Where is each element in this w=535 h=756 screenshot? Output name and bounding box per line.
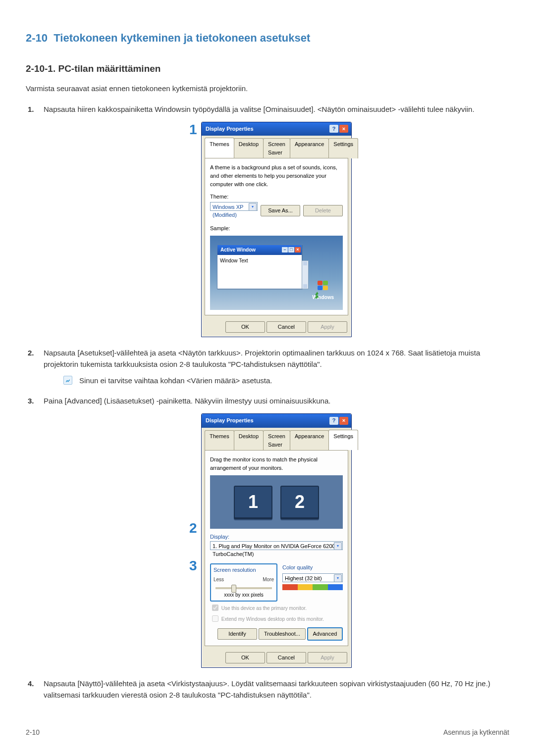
note-icon bbox=[63, 376, 72, 385]
screen-resolution-label: Screen resolution bbox=[214, 566, 274, 574]
resolution-slider[interactable] bbox=[215, 587, 272, 589]
display-properties-dialog-settings: Display Properties ? × Themes Desktop Sc… bbox=[201, 413, 352, 667]
slider-less-label: Less bbox=[214, 576, 224, 584]
close-icon[interactable]: × bbox=[339, 417, 348, 425]
color-quality-group: Color quality Highest (32 bit) ▾ bbox=[282, 563, 343, 602]
tab-screen-saver[interactable]: Screen Saver bbox=[263, 138, 290, 158]
troubleshoot-button[interactable]: Troubleshoot... bbox=[259, 628, 306, 640]
tab-screen-saver[interactable]: Screen Saver bbox=[263, 430, 290, 451]
monitor-1[interactable]: 1 bbox=[234, 486, 272, 518]
apply-button: Apply bbox=[308, 321, 347, 333]
display-properties-dialog-themes: Display Properties ? × Themes Desktop Sc… bbox=[201, 122, 352, 337]
titlebar[interactable]: Display Properties ? × bbox=[202, 414, 351, 427]
footer-right: Asennus ja kytkennät bbox=[443, 728, 509, 736]
sample-window-text: Window Text bbox=[217, 255, 302, 267]
delete-button: Delete bbox=[303, 205, 343, 216]
intro-text: Varmista seuraavat asiat ennen tietokone… bbox=[26, 83, 509, 95]
cancel-button[interactable]: Cancel bbox=[267, 321, 306, 333]
cancel-button[interactable]: Cancel bbox=[267, 652, 306, 663]
primary-monitor-checkbox: Use this device as the primary monitor. bbox=[210, 603, 343, 612]
identify-button[interactable]: Identify bbox=[217, 628, 257, 640]
display-dropdown[interactable]: 1. Plug and Play Monitor on NVIDIA GeFor… bbox=[210, 541, 343, 550]
step-2-note-text: Sinun ei tarvitse vaihtaa kohdan <Värien… bbox=[79, 376, 272, 385]
chevron-down-icon[interactable]: ▾ bbox=[334, 574, 342, 582]
subsection-heading: 2-10-1. PC-tilan määrittäminen bbox=[26, 63, 509, 74]
step-4-text: Napsauta [Näyttö]-välilehteä ja aseta <V… bbox=[44, 679, 490, 699]
maximize-icon: □ bbox=[288, 247, 294, 252]
step-3-text: Paina [Advanced] (Lisäasetukset) -painik… bbox=[44, 397, 330, 405]
sample-label: Sample: bbox=[210, 224, 343, 233]
tab-settings[interactable]: Settings bbox=[328, 138, 358, 158]
step-2: Napsauta [Asetukset]-välilehteä ja aseta… bbox=[26, 347, 509, 386]
callout-3: 3 bbox=[189, 555, 197, 576]
titlebar[interactable]: Display Properties ? × bbox=[202, 122, 351, 136]
tab-settings[interactable]: Settings bbox=[328, 430, 358, 450]
page-footer: 2-10 Asennus ja kytkennät bbox=[0, 728, 535, 756]
dialog-title: Display Properties bbox=[206, 416, 254, 425]
resolution-value: xxxx by xxx pixels bbox=[214, 591, 274, 599]
slider-more-label: More bbox=[263, 576, 274, 584]
section-heading: 2-10 Tietokoneen kytkeminen ja tietokone… bbox=[26, 32, 509, 45]
theme-label: Theme: bbox=[210, 193, 343, 201]
close-icon: × bbox=[295, 247, 301, 252]
tab-themes[interactable]: Themes bbox=[205, 138, 234, 158]
save-as-button[interactable]: Save As... bbox=[261, 205, 300, 216]
color-gradient-preview bbox=[282, 584, 343, 590]
monitor-2[interactable]: 2 bbox=[280, 486, 319, 518]
minimize-icon: – bbox=[282, 247, 288, 252]
checkbox-icon bbox=[212, 615, 218, 622]
themes-description: A theme is a background plus a set of so… bbox=[210, 163, 343, 189]
chevron-down-icon[interactable]: ▾ bbox=[249, 203, 257, 211]
sample-window: Active Window – □ × Window Text bbox=[217, 245, 302, 289]
tab-strip: Themes Desktop Screen Saver Appearance S… bbox=[202, 428, 351, 450]
tab-appearance[interactable]: Appearance bbox=[290, 430, 329, 451]
tab-appearance[interactable]: Appearance bbox=[290, 138, 329, 158]
sample-window-title: Active Window bbox=[220, 246, 256, 254]
step-1: Napsauta hiiren kakkospainiketta Windows… bbox=[26, 103, 509, 338]
color-quality-label: Color quality bbox=[282, 563, 343, 572]
close-icon[interactable]: × bbox=[339, 125, 348, 133]
recycle-bin-icon bbox=[313, 290, 323, 300]
callout-1: 1 bbox=[189, 119, 197, 140]
help-icon[interactable]: ? bbox=[329, 125, 338, 133]
ok-button[interactable]: OK bbox=[225, 321, 265, 333]
checkbox-icon bbox=[212, 605, 218, 611]
tab-strip: Themes Desktop Screen Saver Appearance S… bbox=[202, 136, 351, 158]
step-3: Paina [Advanced] (Lisäasetukset) -painik… bbox=[26, 395, 509, 668]
theme-sample: Active Window – □ × Window Text bbox=[210, 236, 343, 310]
monitor-arrangement[interactable]: 1 2 bbox=[210, 475, 343, 529]
help-icon[interactable]: ? bbox=[329, 417, 338, 425]
step-2-note: Sinun ei tarvitse vaihtaa kohdan <Värien… bbox=[63, 375, 509, 387]
step-2-text: Napsauta [Asetukset]-välilehteä ja aseta… bbox=[44, 349, 480, 368]
display-label: Display: bbox=[210, 533, 343, 541]
settings-description: Drag the monitor icons to match the phys… bbox=[210, 455, 343, 472]
screen-resolution-group: Screen resolution Less More xxxx by xxx … bbox=[210, 563, 277, 602]
callout-2: 2 bbox=[189, 517, 197, 539]
ok-button[interactable]: OK bbox=[225, 652, 265, 663]
apply-button: Apply bbox=[308, 652, 347, 663]
tab-pane-themes: A theme is a background plus a set of so… bbox=[205, 158, 348, 315]
scrollbar-icon bbox=[302, 260, 309, 289]
dialog-title: Display Properties bbox=[206, 125, 254, 133]
tab-desktop[interactable]: Desktop bbox=[234, 430, 264, 451]
step-4: Napsauta [Näyttö]-välilehteä ja aseta <V… bbox=[26, 678, 509, 701]
extend-desktop-checkbox: Extend my Windows desktop onto this moni… bbox=[210, 614, 343, 623]
section-number: 2-10 bbox=[26, 32, 48, 44]
step-1-text: Napsauta hiiren kakkospainiketta Windows… bbox=[44, 105, 475, 113]
tab-desktop[interactable]: Desktop bbox=[234, 138, 264, 158]
footer-left: 2-10 bbox=[26, 728, 40, 736]
tab-pane-settings: Drag the monitor icons to match the phys… bbox=[205, 450, 348, 646]
advanced-button[interactable]: Advanced bbox=[307, 627, 343, 641]
section-title: Tietokoneen kytkeminen ja tietokoneen as… bbox=[54, 32, 310, 44]
windows-logo-icon bbox=[317, 280, 329, 291]
chevron-down-icon[interactable]: ▾ bbox=[334, 542, 342, 550]
slider-thumb[interactable] bbox=[231, 585, 236, 593]
tab-themes[interactable]: Themes bbox=[205, 430, 234, 451]
